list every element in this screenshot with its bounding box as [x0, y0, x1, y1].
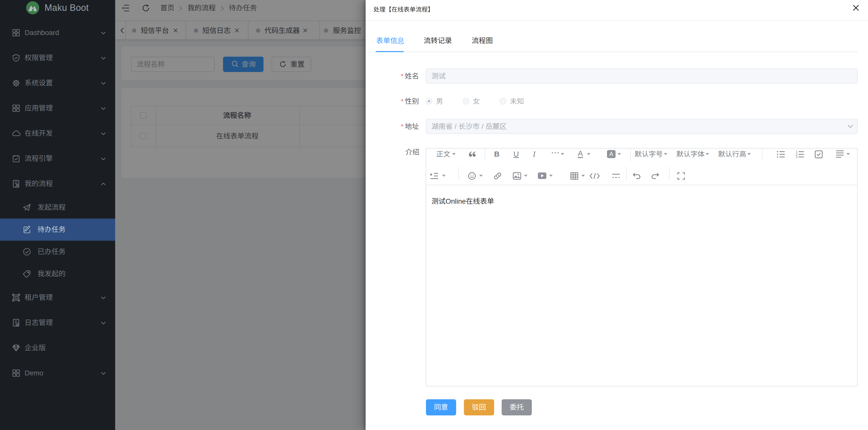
svg-text:3: 3: [796, 155, 798, 158]
